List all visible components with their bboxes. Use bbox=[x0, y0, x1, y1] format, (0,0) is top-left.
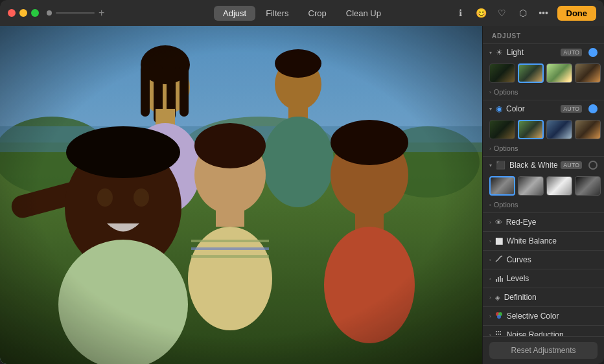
cleanup-button[interactable]: Clean Up bbox=[337, 6, 390, 21]
bw-icon: ⬛ bbox=[496, 161, 505, 170]
bw-options-label[interactable]: Options bbox=[494, 201, 518, 209]
wb-chevron-icon: › bbox=[489, 238, 491, 244]
thumbnail-item[interactable] bbox=[546, 63, 572, 83]
adjust-button[interactable]: Adjust bbox=[214, 6, 255, 21]
blackwhite-header[interactable]: ▾ ⬛ Black & White AUTO bbox=[483, 157, 604, 174]
panel-scroll[interactable]: ▾ ☀ Light AUTO › Options bbox=[483, 44, 604, 336]
color-header[interactable]: ▾ ◉ Color AUTO bbox=[483, 100, 604, 117]
thumbnail-item[interactable] bbox=[518, 63, 544, 83]
blackwhite-label: Black & White bbox=[509, 161, 558, 170]
wb-icon: ⬜ bbox=[495, 238, 503, 245]
bw-chevron-icon: ▾ bbox=[489, 163, 492, 168]
emoji-icon[interactable]: 😊 bbox=[474, 6, 489, 20]
panel-footer: Reset Adjustments bbox=[483, 336, 604, 364]
maximize-button[interactable] bbox=[31, 9, 39, 17]
svg-rect-44 bbox=[496, 331, 497, 332]
curves-icon bbox=[495, 255, 503, 264]
light-options-label[interactable]: Options bbox=[494, 88, 518, 96]
color-section: ▾ ◉ Color AUTO › Options bbox=[483, 100, 604, 157]
options-chevron-icon: › bbox=[489, 146, 491, 152]
share-icon[interactable]: ⬡ bbox=[516, 6, 530, 20]
light-header[interactable]: ▾ ☀ Light AUTO bbox=[483, 44, 604, 61]
toolbar-center: Adjust Filters Crop Clean Up bbox=[214, 6, 390, 21]
color-options-label[interactable]: Options bbox=[494, 144, 518, 152]
definition-icon: ◈ bbox=[495, 294, 500, 301]
definition-chevron-icon: › bbox=[489, 295, 491, 301]
thumbnail-item[interactable] bbox=[575, 63, 601, 83]
noisereduction-item[interactable]: › Noise Reduction bbox=[483, 326, 604, 336]
svg-rect-47 bbox=[496, 334, 497, 335]
light-label: Light bbox=[507, 48, 558, 57]
bw-options-row[interactable]: › Options bbox=[483, 199, 604, 212]
thumbnail-item[interactable] bbox=[489, 63, 515, 83]
light-auto-badge: AUTO bbox=[561, 49, 582, 56]
selectivecolor-item[interactable]: › Selective Color bbox=[483, 307, 604, 326]
selectivecolor-label: Selective Color bbox=[507, 312, 598, 321]
curves-label: Curves bbox=[507, 255, 598, 264]
redeye-item[interactable]: › 👁 Red-Eye bbox=[483, 213, 604, 232]
close-button[interactable] bbox=[8, 9, 16, 17]
photo-area bbox=[0, 26, 482, 364]
curves-item[interactable]: › Curves bbox=[483, 251, 604, 269]
svg-rect-37 bbox=[496, 279, 497, 282]
svg-rect-39 bbox=[500, 276, 501, 282]
zoom-slider[interactable]: + bbox=[47, 7, 104, 19]
minimize-button[interactable] bbox=[19, 9, 27, 17]
svg-rect-38 bbox=[498, 277, 499, 282]
thumbnail-item[interactable] bbox=[546, 120, 572, 139]
svg-rect-45 bbox=[498, 331, 499, 332]
slider-track bbox=[56, 12, 95, 14]
levels-label: Levels bbox=[507, 274, 598, 283]
levels-chevron-icon: › bbox=[489, 276, 491, 282]
info-icon[interactable]: ℹ bbox=[454, 6, 468, 20]
light-toggle[interactable] bbox=[588, 48, 598, 57]
color-toggle[interactable] bbox=[588, 104, 598, 113]
thumbnail-item[interactable] bbox=[518, 176, 544, 196]
light-chevron-icon: ▾ bbox=[489, 50, 492, 56]
curves-chevron-icon: › bbox=[489, 257, 491, 263]
panel-header: ADJUST bbox=[483, 26, 604, 44]
traffic-lights bbox=[8, 9, 39, 17]
definition-label: Definition bbox=[504, 293, 598, 302]
toolbar-right: ℹ 😊 ♡ ⬡ ••• Done bbox=[454, 6, 597, 21]
color-chevron-icon: ▾ bbox=[489, 106, 492, 112]
main-photo bbox=[0, 26, 482, 364]
sc-icon bbox=[495, 312, 503, 321]
color-icon: ◉ bbox=[496, 104, 502, 113]
done-button[interactable]: Done bbox=[557, 6, 597, 21]
whitebalance-item[interactable]: › ⬜ White Balance bbox=[483, 232, 604, 251]
more-icon[interactable]: ••• bbox=[537, 6, 551, 20]
bw-thumbnails bbox=[483, 174, 604, 199]
definition-item[interactable]: › ◈ Definition bbox=[483, 288, 604, 307]
slider-handle bbox=[47, 10, 52, 16]
color-label: Color bbox=[506, 104, 558, 113]
heart-icon[interactable]: ♡ bbox=[495, 6, 509, 20]
bw-toggle[interactable] bbox=[588, 161, 598, 170]
titlebar: + Adjust Filters Crop Clean Up ℹ 😊 ♡ ⬡ •… bbox=[0, 0, 604, 26]
reset-adjustments-button[interactable]: Reset Adjustments bbox=[489, 342, 598, 359]
thumbnail-item[interactable] bbox=[518, 120, 544, 139]
svg-rect-48 bbox=[498, 334, 499, 335]
color-options-row[interactable]: › Options bbox=[483, 143, 604, 156]
color-auto-badge: AUTO bbox=[561, 105, 582, 113]
thumbnail-item[interactable] bbox=[489, 120, 515, 139]
redeye-chevron-icon: › bbox=[489, 220, 491, 225]
thumbnail-item[interactable] bbox=[575, 120, 601, 139]
light-section: ▾ ☀ Light AUTO › Options bbox=[483, 44, 604, 100]
levels-icon bbox=[495, 274, 503, 283]
levels-item[interactable]: › Levels bbox=[483, 269, 604, 288]
light-options-row[interactable]: › Options bbox=[483, 87, 604, 100]
redeye-label: Red-Eye bbox=[506, 218, 598, 227]
right-panel: ADJUST ▾ ☀ Light AUTO › bbox=[482, 26, 604, 364]
noisereduction-label: Noise Reduction bbox=[507, 330, 598, 336]
thumbnail-item[interactable] bbox=[546, 176, 572, 196]
light-thumbnails bbox=[483, 61, 604, 87]
zoom-plus-icon[interactable]: + bbox=[99, 7, 104, 19]
svg-rect-46 bbox=[500, 331, 501, 332]
filters-button[interactable]: Filters bbox=[257, 6, 297, 21]
thumbnail-item[interactable] bbox=[489, 176, 515, 196]
thumbnail-item[interactable] bbox=[575, 176, 601, 196]
whitebalance-label: White Balance bbox=[507, 236, 598, 245]
main-content: ADJUST ▾ ☀ Light AUTO › bbox=[0, 26, 604, 364]
crop-button[interactable]: Crop bbox=[299, 6, 336, 21]
